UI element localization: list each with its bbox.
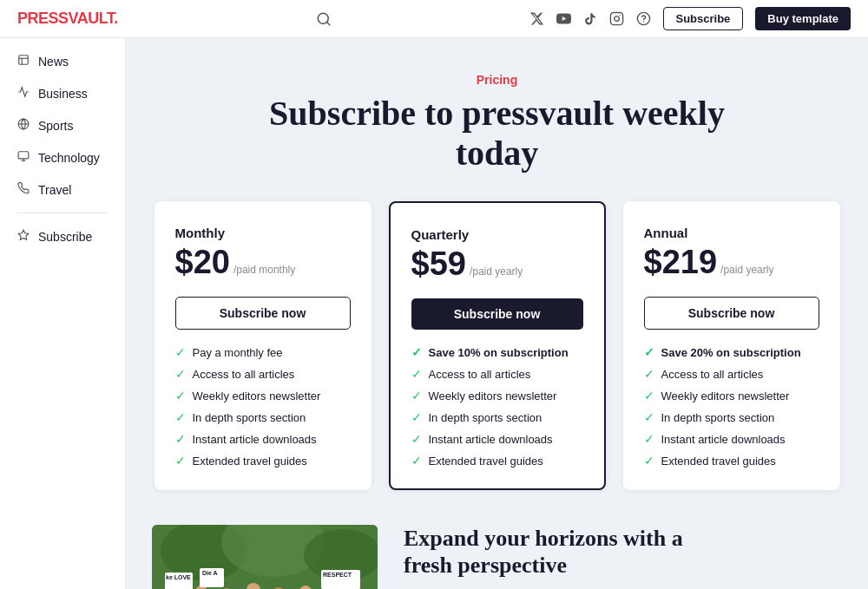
plan-annual-price: $219 bbox=[644, 244, 718, 281]
feature-item: ✓Instant article downloads bbox=[644, 432, 819, 446]
feature-item-highlight: ✓Save 10% on subscription bbox=[411, 345, 583, 359]
check-icon: ✓ bbox=[175, 454, 186, 468]
check-icon: ✓ bbox=[411, 367, 422, 381]
plan-quarterly-name: Quarterly bbox=[411, 227, 583, 242]
feature-item: ✓Instant article downloads bbox=[175, 432, 351, 446]
plan-annual: Annual $219 /paid yearly Subscribe now ✓… bbox=[623, 201, 840, 490]
plan-monthly-price: $20 bbox=[175, 244, 230, 281]
sidebar-item-subscribe[interactable]: Subscribe bbox=[0, 220, 125, 252]
check-icon: ✓ bbox=[175, 432, 186, 446]
feature-item: ✓Access to all articles bbox=[644, 367, 819, 381]
logo-dot: . bbox=[114, 10, 118, 27]
check-icon: ✓ bbox=[644, 367, 654, 381]
buy-template-button[interactable]: Buy template bbox=[755, 7, 851, 30]
feature-item: ✓Extended travel guides bbox=[411, 454, 583, 468]
feature-item: ✓Weekly editors newsletter bbox=[411, 389, 583, 402]
pricing-label: Pricing bbox=[152, 73, 842, 87]
main-content: Pricing Subscribe to pressvault weekly t… bbox=[126, 38, 868, 589]
pricing-cards: Monthly $20 /paid monthly Subscribe now … bbox=[152, 201, 842, 490]
feature-item-highlight: ✓Save 20% on subscription bbox=[644, 345, 819, 359]
check-icon: ✓ bbox=[411, 389, 422, 402]
svg-marker-14 bbox=[18, 230, 29, 239]
header-left: PRESSVAULT. bbox=[17, 10, 118, 28]
feature-item: ✓In depth sports section bbox=[644, 410, 819, 424]
check-icon: ✓ bbox=[644, 410, 654, 424]
check-icon: ✓ bbox=[175, 345, 186, 359]
check-icon: ✓ bbox=[411, 454, 422, 468]
check-icon: ✓ bbox=[411, 345, 422, 359]
search-button[interactable] bbox=[316, 11, 332, 27]
check-icon: ✓ bbox=[175, 367, 186, 381]
sidebar-item-business[interactable]: Business bbox=[0, 77, 125, 109]
plan-quarterly-price: $59 bbox=[411, 245, 466, 283]
check-icon: ✓ bbox=[644, 345, 654, 359]
header: PRESSVAULT. Subscribe Buy template bbox=[0, 0, 868, 38]
sidebar-label-news: News bbox=[38, 55, 69, 69]
plan-annual-period: /paid yearly bbox=[720, 264, 773, 276]
bottom-title: Expand your horizons with a fresh perspe… bbox=[404, 525, 842, 579]
instagram-icon[interactable] bbox=[609, 11, 624, 26]
sports-icon bbox=[17, 118, 30, 133]
svg-text:Die A: Die A bbox=[202, 570, 218, 576]
feature-item: ✓Weekly editors newsletter bbox=[175, 389, 351, 402]
svg-text:ke LOVE: ke LOVE bbox=[166, 574, 191, 580]
plan-annual-subscribe-button[interactable]: Subscribe now bbox=[644, 297, 819, 330]
technology-icon bbox=[17, 150, 30, 165]
sidebar-item-technology[interactable]: Technology bbox=[0, 141, 125, 173]
subscribe-header-button[interactable]: Subscribe bbox=[663, 7, 744, 30]
feature-item: ✓Pay a monthly fee bbox=[175, 345, 351, 359]
header-right: Subscribe Buy template bbox=[529, 7, 852, 30]
feature-item: ✓Instant article downloads bbox=[411, 432, 583, 446]
sidebar-label-business: Business bbox=[38, 87, 88, 101]
travel-icon bbox=[17, 182, 30, 197]
header-center bbox=[316, 11, 332, 27]
plan-monthly-period: /paid monthly bbox=[233, 264, 295, 276]
plan-annual-features: ✓Save 20% on subscription ✓Access to all… bbox=[644, 345, 819, 468]
pricing-title: Subscribe to pressvault weekly today bbox=[152, 94, 842, 173]
feature-item: ✓In depth sports section bbox=[411, 410, 583, 424]
check-icon: ✓ bbox=[411, 432, 422, 446]
check-icon: ✓ bbox=[644, 454, 654, 468]
feature-item: ✓Access to all articles bbox=[175, 367, 351, 381]
sidebar: News Business Sports Technology Travel bbox=[0, 38, 126, 589]
layout: News Business Sports Technology Travel bbox=[0, 38, 868, 589]
sidebar-item-sports[interactable]: Sports bbox=[0, 109, 125, 141]
plan-quarterly-subscribe-button[interactable]: Subscribe now bbox=[411, 298, 583, 330]
sidebar-divider bbox=[17, 213, 108, 213]
plan-quarterly-features: ✓Save 10% on subscription ✓Access to all… bbox=[411, 345, 583, 468]
help-icon[interactable] bbox=[636, 11, 651, 26]
svg-rect-2 bbox=[610, 12, 622, 24]
sidebar-label-technology: Technology bbox=[38, 151, 100, 165]
plan-annual-price-row: $219 /paid yearly bbox=[644, 244, 819, 281]
sidebar-label-sports: Sports bbox=[38, 119, 73, 133]
plan-monthly: Monthly $20 /paid monthly Subscribe now … bbox=[155, 201, 372, 490]
check-icon: ✓ bbox=[175, 410, 186, 424]
check-icon: ✓ bbox=[644, 432, 654, 446]
twitter-icon[interactable] bbox=[529, 11, 544, 26]
business-icon bbox=[17, 86, 30, 101]
plan-quarterly-period: /paid yearly bbox=[470, 265, 523, 278]
sidebar-item-news[interactable]: News bbox=[0, 45, 125, 77]
protest-image: ke LOVE Die A RESPECT bbox=[152, 525, 378, 589]
bottom-section: ke LOVE Die A RESPECT Expand your horizo… bbox=[152, 525, 842, 589]
plan-monthly-features: ✓Pay a monthly fee ✓Access to all articl… bbox=[175, 345, 351, 468]
plan-monthly-subscribe-button[interactable]: Subscribe now bbox=[175, 297, 351, 330]
svg-rect-6 bbox=[19, 56, 29, 65]
sidebar-item-travel[interactable]: Travel bbox=[0, 173, 125, 206]
svg-text:RESPECT: RESPECT bbox=[323, 572, 352, 578]
check-icon: ✓ bbox=[644, 389, 654, 402]
pricing-header: Pricing Subscribe to pressvault weekly t… bbox=[152, 73, 842, 173]
feature-item: ✓Extended travel guides bbox=[644, 454, 819, 468]
feature-item: ✓Access to all articles bbox=[411, 367, 583, 381]
feature-item: ✓Extended travel guides bbox=[175, 454, 351, 468]
feature-item: ✓In depth sports section bbox=[175, 410, 351, 424]
plan-annual-name: Annual bbox=[644, 226, 819, 240]
check-icon: ✓ bbox=[411, 410, 422, 424]
plan-quarterly: Quarterly $59 /paid yearly Subscribe now… bbox=[389, 201, 606, 490]
tiktok-icon[interactable] bbox=[583, 12, 597, 26]
subscribe-icon bbox=[17, 229, 30, 244]
news-icon bbox=[17, 54, 30, 69]
sidebar-label-subscribe: Subscribe bbox=[38, 230, 92, 244]
youtube-icon[interactable] bbox=[556, 11, 571, 26]
logo[interactable]: PRESSVAULT. bbox=[17, 10, 118, 28]
